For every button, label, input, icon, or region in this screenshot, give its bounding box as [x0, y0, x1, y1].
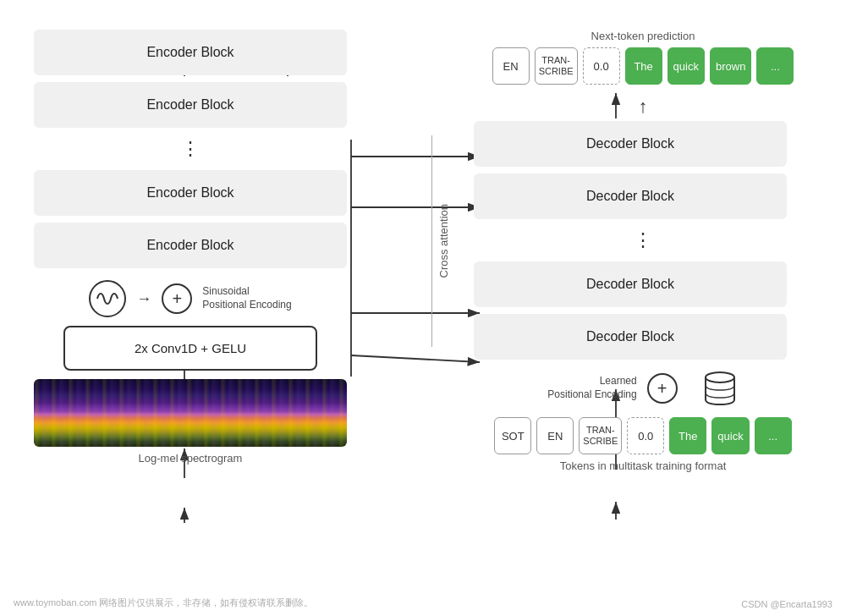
positional-encoding-row: → + SinusoidalPositional Encoding — [89, 280, 291, 317]
footer-right: CSDN @Encarta1993 — [741, 599, 832, 609]
top-token-brown: brown — [710, 47, 751, 85]
encoder-side: Encoder Block Encoder Block ⋮ Encoder Bl… — [34, 30, 347, 472]
next-token-label: Next-token prediction — [591, 30, 695, 42]
top-token-dots: ... — [756, 47, 794, 85]
encoder-block-1-label: Encoder Block — [146, 45, 233, 59]
cross-attention-label: Cross attention — [437, 204, 450, 278]
spectrogram-noise — [34, 379, 347, 447]
bottom-token-en: EN — [536, 417, 574, 454]
top-token-transcribe: TRAN-SCRIBE — [535, 47, 578, 85]
decoder-block-2-label: Decoder Block — [586, 189, 674, 203]
decoder-block-1: Decoder Block — [474, 121, 787, 167]
encoder-dots: ⋮ — [34, 135, 347, 163]
decoder-blocks: Decoder Block Decoder Block ⋮ Decoder Bl… — [474, 121, 812, 360]
encoder-block-2: Encoder Block — [34, 82, 347, 128]
plus-circle-decoder: + — [647, 373, 678, 404]
encoder-blocks: Encoder Block Encoder Block ⋮ Encoder Bl… — [34, 30, 347, 268]
bottom-token-transcribe: TRAN-SCRIBE — [579, 417, 622, 454]
encoder-block-4-label: Encoder Block — [146, 238, 233, 252]
plus-circle-encoder: + — [162, 283, 192, 314]
bottom-token-quick: quick — [711, 417, 749, 454]
encoder-block-4: Encoder Block — [34, 223, 347, 268]
top-token-the: The — [625, 47, 662, 85]
svg-point-12 — [706, 372, 734, 382]
decoder-side: Next-token prediction EN TRAN-SCRIBE 0.0… — [474, 30, 812, 472]
encoder-block-1: Encoder Block — [34, 30, 347, 75]
conv-label: 2x Conv1D + GELU — [135, 341, 246, 355]
learned-pos-row: LearnedPositional Encoding + — [547, 370, 738, 407]
token-row-bottom: SOT EN TRAN-SCRIBE 0.0 The quick ... — [494, 417, 791, 454]
spectrogram-bg — [34, 379, 347, 447]
bottom-token-sot: SOT — [494, 417, 531, 454]
main-container: Encoder Block Encoder Block ⋮ Encoder Bl… — [0, 0, 846, 616]
bottom-token-00: 0.0 — [627, 417, 664, 454]
decoder-block-2: Decoder Block — [474, 173, 787, 219]
decoder-block-3: Decoder Block — [474, 261, 787, 307]
positional-encoding-label: SinusoidalPositional Encoding — [202, 285, 291, 311]
top-token-en: EN — [492, 47, 530, 85]
decoder-block-4-label: Decoder Block — [586, 329, 674, 344]
encoder-block-3: Encoder Block — [34, 170, 347, 216]
encoder-block-3-label: Encoder Block — [146, 185, 233, 200]
tokens-label: Tokens in multitask training format — [560, 459, 727, 472]
spectrogram-label: Log-mel spectrogram — [139, 452, 243, 465]
token-row-top: EN TRAN-SCRIBE 0.0 The quick brown ... — [492, 47, 794, 85]
arrow-up-1: ↑ — [639, 96, 648, 118]
database-symbol — [701, 370, 739, 407]
top-token-00: 0.0 — [583, 47, 620, 85]
bottom-token-the: The — [669, 417, 706, 454]
spectrogram-container — [34, 379, 347, 447]
decoder-block-1-label: Decoder Block — [586, 136, 674, 151]
conv-block: 2x Conv1D + GELU — [63, 326, 317, 371]
encoder-block-2-label: Encoder Block — [146, 97, 233, 112]
decoder-block-4: Decoder Block — [474, 314, 787, 360]
learned-pos-label: LearnedPositional Encoding — [547, 375, 636, 401]
decoder-block-3-label: Decoder Block — [586, 277, 674, 291]
bottom-token-dots: ... — [755, 417, 792, 454]
arrow-to-plus: → — [136, 290, 151, 308]
decoder-dots: ⋮ — [474, 226, 812, 255]
top-token-quick: quick — [667, 47, 705, 85]
sine-symbol — [89, 280, 126, 317]
footer-left: www.toymoban.com 网络图片仅供展示，非存储，如有侵权请联系删除。 — [14, 597, 313, 609]
